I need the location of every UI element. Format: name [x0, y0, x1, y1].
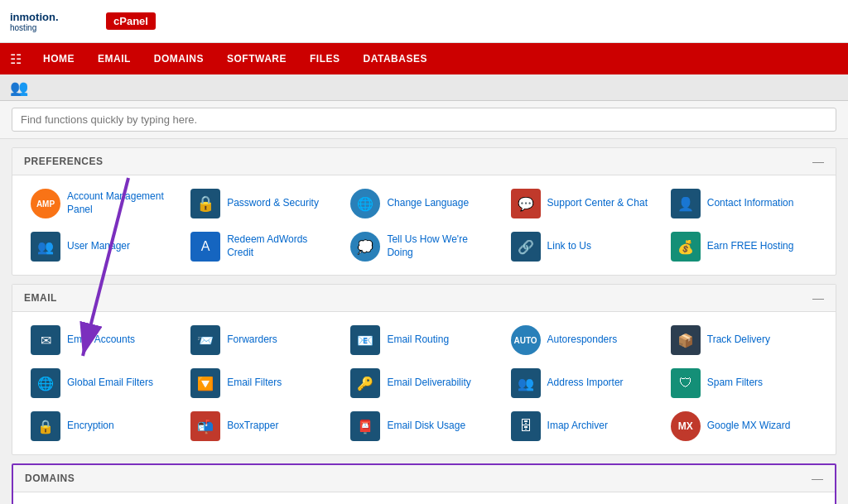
spam-icon: 🛡 — [671, 368, 701, 398]
item-redirects[interactable]: 🌐 Redirects — [663, 501, 820, 504]
item-domains[interactable]: .com Domains — [25, 501, 181, 504]
item-label-filters: Email Filters — [227, 377, 282, 390]
item-label-imap: Imap Archiver — [547, 420, 608, 433]
earn-icon: 💰 — [671, 232, 701, 262]
item-spam-filters[interactable]: 🛡 Spam Filters — [664, 363, 821, 403]
preferences-title: PREFERENCES — [24, 156, 104, 167]
deliverability-icon: 🔑 — [350, 368, 380, 398]
nav-files[interactable]: FILES — [298, 43, 352, 74]
item-label-password: Password & Security — [227, 197, 319, 210]
routing-icon: 📧 — [350, 325, 380, 355]
item-label-autoresponders: Autoresponders — [547, 334, 618, 347]
item-email-accounts[interactable]: ✉ Email Accounts — [24, 320, 181, 360]
item-disk-usage[interactable]: 📮 Email Disk Usage — [344, 406, 500, 446]
global-filter-icon: 🌐 — [31, 368, 60, 398]
preferences-header: PREFERENCES — — [12, 148, 836, 175]
preferences-section: PREFERENCES — AMP Account Management Pan… — [12, 147, 836, 276]
item-address-importer[interactable]: 👥 Address Importer — [504, 363, 661, 403]
nav-software[interactable]: SOFTWARE — [215, 43, 298, 74]
item-account-mgmt[interactable]: AMP Account Management Panel — [24, 184, 181, 223]
email-collapse[interactable]: — — [812, 291, 824, 305]
filters-icon: 🔽 — [190, 368, 220, 398]
nav-bar: ☷ HOME EMAIL DOMAINS SOFTWARE FILES DATA… — [0, 43, 848, 74]
item-label-feedback: Tell Us How We're Doing — [387, 233, 494, 259]
item-global-filters[interactable]: 🌐 Global Email Filters — [24, 363, 181, 403]
importer-icon: 👥 — [511, 368, 541, 398]
item-label-link: Link to Us — [547, 240, 591, 253]
inmotion-logo: inmotion. hosting — [8, 6, 99, 37]
item-email-routing[interactable]: 📧 Email Routing — [344, 320, 500, 360]
track-icon: 📦 — [671, 325, 701, 355]
main-content: PREFERENCES — AMP Account Management Pan… — [0, 147, 848, 504]
item-label-adwords: Redeem AdWords Credit — [227, 233, 334, 259]
item-label-support: Support Center & Chat — [547, 197, 648, 210]
item-label-earn: Earn FREE Hosting — [707, 240, 794, 253]
preferences-body: AMP Account Management Panel 🔒 Password … — [12, 175, 836, 275]
item-label-email-accounts: Email Accounts — [67, 334, 135, 347]
item-link-to-us[interactable]: 🔗 Link to Us — [504, 227, 661, 266]
encryption-icon: 🔒 — [31, 411, 60, 441]
language-icon: 🌐 — [350, 189, 380, 218]
item-autoresponders[interactable]: AUTO Autoresponders — [504, 320, 661, 360]
password-icon: 🔒 — [190, 189, 220, 218]
item-aliases[interactable]: 👥 Aliases — [504, 501, 660, 504]
item-label-track: Track Delivery — [707, 334, 770, 347]
item-user-manager[interactable]: 👥 User Manager — [24, 227, 181, 266]
item-contact[interactable]: 👤 Contact Information — [664, 184, 821, 223]
item-change-language[interactable]: 🌐 Change Language — [344, 184, 500, 223]
email-header: EMAIL — — [12, 285, 836, 312]
item-adwords[interactable]: A Redeem AdWords Credit — [184, 227, 340, 266]
email-section: EMAIL — ✉ Email Accounts 📨 Fo — [12, 284, 836, 455]
item-earn-hosting[interactable]: 💰 Earn FREE Hosting — [664, 227, 821, 266]
mx-icon: MX — [671, 411, 701, 441]
domains-section: DOMAINS — .com Domains 🌐 Addo — [12, 463, 836, 504]
item-email-filters[interactable]: 🔽 Email Filters — [184, 363, 340, 403]
item-support[interactable]: 💬 Support Center & Chat — [504, 184, 661, 223]
nav-home[interactable]: HOME — [31, 43, 86, 74]
item-forwarders[interactable]: 📨 Forwarders — [184, 320, 340, 360]
feedback-icon: 💭 — [350, 232, 380, 262]
item-password-security[interactable]: 🔒 Password & Security — [184, 184, 340, 223]
cpanel-logo: cPanel — [106, 12, 156, 30]
nav-domains[interactable]: DOMAINS — [142, 43, 215, 74]
nav-databases[interactable]: DATABASES — [352, 43, 439, 74]
item-subdomains[interactable]: .SUB Subdomains — [344, 501, 501, 504]
item-label-global: Global Email Filters — [67, 377, 153, 390]
autoresponders-icon: AUTO — [511, 325, 541, 355]
item-label-contact: Contact Information — [707, 197, 794, 210]
domains-title: DOMAINS — [25, 473, 75, 484]
search-area — [0, 101, 848, 139]
header: inmotion. hosting cPanel — [0, 0, 848, 43]
search-input[interactable] — [12, 108, 836, 132]
user-bar: 👥 — [0, 74, 848, 101]
support-icon: 💬 — [511, 189, 541, 218]
item-label-disk: Email Disk Usage — [387, 420, 465, 433]
svg-text:hosting: hosting — [10, 23, 36, 32]
domains-collapse[interactable]: — — [812, 472, 823, 485]
item-encryption[interactable]: 🔒 Encryption — [24, 406, 181, 446]
boxtrapper-icon: 📬 — [190, 411, 220, 441]
item-deliverability[interactable]: 🔑 Email Deliverability — [344, 363, 500, 403]
item-google-mx[interactable]: MX Google MX Wizard — [664, 406, 821, 446]
nav-email[interactable]: EMAIL — [86, 43, 142, 74]
item-boxtrapper[interactable]: 📬 BoxTrapper — [184, 406, 340, 446]
domains-grid: .com Domains 🌐 Addon Domains .SUB — [25, 501, 823, 504]
item-label-mx: Google MX Wizard — [707, 420, 791, 433]
item-label-spam: Spam Filters — [707, 377, 763, 390]
adwords-icon: A — [190, 232, 220, 262]
contact-icon: 👤 — [671, 189, 701, 218]
item-track-delivery[interactable]: 📦 Track Delivery — [664, 320, 821, 360]
grid-icon[interactable]: ☷ — [0, 51, 31, 67]
item-imap-archiver[interactable]: 🗄 Imap Archiver — [504, 406, 661, 446]
preferences-grid: AMP Account Management Panel 🔒 Password … — [24, 184, 824, 266]
item-label-forwarders: Forwarders — [227, 334, 277, 347]
forwarders-icon: 📨 — [190, 325, 220, 355]
user-manager-icon: 👥 — [31, 232, 60, 262]
preferences-collapse[interactable]: — — [812, 155, 824, 168]
item-feedback[interactable]: 💭 Tell Us How We're Doing — [344, 227, 500, 266]
domains-body: .com Domains 🌐 Addon Domains .SUB — [13, 492, 835, 504]
link-icon: 🔗 — [511, 232, 541, 262]
disk-usage-icon: 📮 — [350, 411, 380, 441]
item-addon-domains[interactable]: 🌐 Addon Domains — [185, 501, 341, 504]
item-label-language: Change Language — [387, 197, 469, 210]
